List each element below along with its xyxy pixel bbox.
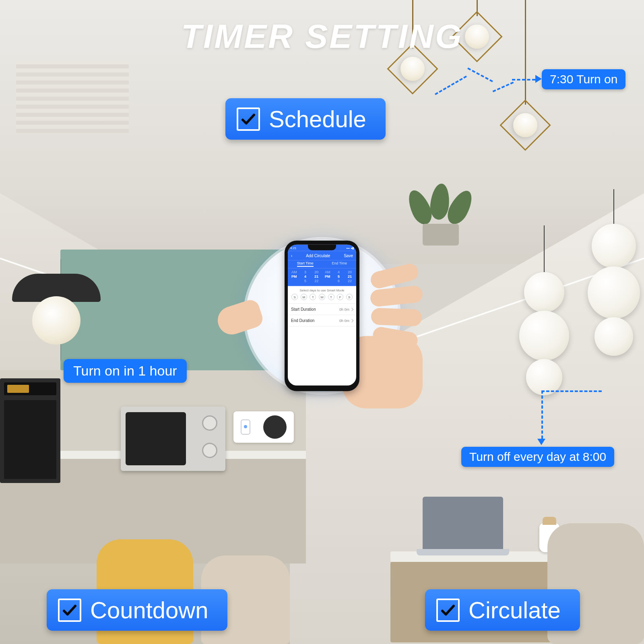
hand-finger <box>371 308 422 326</box>
smart-socket <box>233 411 294 443</box>
arrowhead-icon <box>537 439 545 445</box>
phone-screen: 4:21 ••• ◂▮ ‹ Add Circulate Save Start T… <box>288 245 356 386</box>
row-value: 0h 0m <box>339 307 349 311</box>
check-icon <box>237 107 260 131</box>
row-value: 0h 0m <box>339 318 349 322</box>
days-card: Select days to use Smart Mode S M T W T … <box>288 286 356 304</box>
time-picker[interactable]: AMPM 345 202122 AMPM 456 202122 <box>288 268 356 286</box>
check-icon <box>436 599 460 622</box>
feature-label: Countdown <box>90 597 208 623</box>
phone-circle: 4:21 ••• ◂▮ ‹ Add Circulate Save Start T… <box>246 239 398 392</box>
wall-oven <box>0 378 60 483</box>
callout-turn-off-8: Turn off every day at 8:00 <box>461 447 614 467</box>
feature-schedule[interactable]: Schedule <box>225 98 386 140</box>
row-end-duration[interactable]: End Duration 0h 0m <box>288 315 356 326</box>
chevron-right-icon <box>350 319 353 322</box>
feature-label: Schedule <box>269 105 366 132</box>
save-button[interactable]: Save <box>344 254 353 258</box>
home-indicator <box>310 388 334 389</box>
time-tabs: Start Time End Time <box>288 260 356 268</box>
day-chip[interactable]: W <box>319 294 325 300</box>
app-header: ‹ Add Circulate Save <box>288 251 356 260</box>
feature-countdown[interactable]: Countdown <box>47 589 227 631</box>
day-chip[interactable]: S <box>346 294 353 300</box>
laptop <box>423 497 509 555</box>
day-chip[interactable]: F <box>337 294 343 300</box>
row-label: Start Duration <box>291 307 316 312</box>
phone-device: 4:21 ••• ◂▮ ‹ Add Circulate Save Start T… <box>285 241 359 391</box>
potted-plant <box>407 189 475 246</box>
row-start-duration[interactable]: Start Duration 0h 0m <box>288 304 356 315</box>
days-row: S M T W T F S <box>290 294 354 300</box>
day-chip[interactable]: M <box>301 294 307 300</box>
day-chip[interactable]: T <box>328 294 334 300</box>
connector-dash <box>541 390 543 439</box>
day-chip[interactable]: S <box>291 294 298 300</box>
callout-turn-on-1h: Turn on in 1 hour <box>64 359 187 383</box>
connector-dash <box>541 390 602 392</box>
globe-lights <box>519 225 569 395</box>
status-time: 4:21 <box>290 246 297 250</box>
hand-finger <box>369 285 423 307</box>
days-title: Select days to use Smart Mode <box>290 289 354 292</box>
back-button[interactable]: ‹ <box>291 254 292 258</box>
globe-lights <box>588 189 640 356</box>
day-chip[interactable]: T <box>310 294 316 300</box>
page-title: TIMER SETTING <box>0 17 644 56</box>
chevron-right-icon <box>350 308 353 311</box>
tab-start-time[interactable]: Start Time <box>297 261 314 267</box>
arrowhead-icon <box>535 75 542 83</box>
pendant-lamp <box>12 274 101 345</box>
status-icons: ••• ◂▮ <box>346 246 354 250</box>
callout-turn-on-730: 7:30 Turn on <box>542 69 625 89</box>
feature-label: Circulate <box>469 597 561 623</box>
tab-end-time[interactable]: End Time <box>332 261 347 267</box>
connector-dash <box>512 79 535 80</box>
row-label: End Duration <box>291 318 314 323</box>
microwave <box>121 407 225 471</box>
app-title: Add Circulate <box>306 254 330 258</box>
check-icon <box>58 599 81 622</box>
feature-circulate[interactable]: Circulate <box>425 589 580 631</box>
window-blinds <box>16 60 129 133</box>
phone-notch <box>308 245 336 250</box>
